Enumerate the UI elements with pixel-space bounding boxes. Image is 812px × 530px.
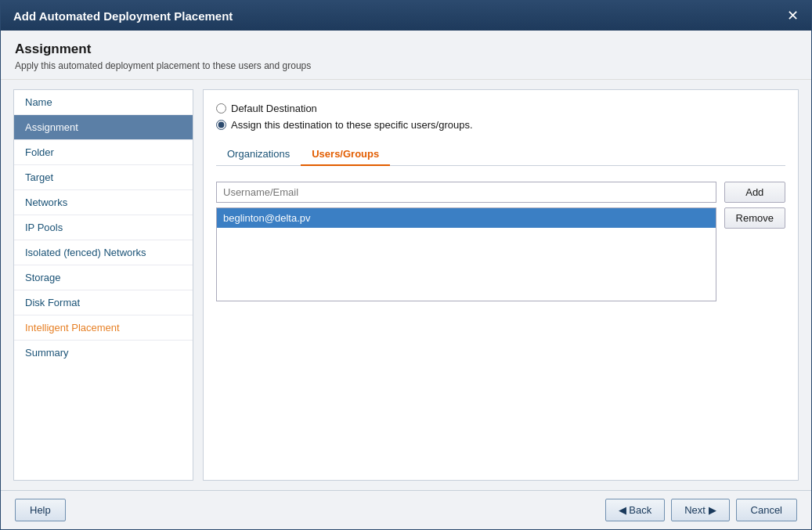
radio-group: Default Destination Assign this destinat… <box>216 103 785 131</box>
dialog-title: Add Automated Deployment Placement <box>13 9 233 23</box>
page-description: Apply this automated deployment placemen… <box>15 60 797 71</box>
remove-button[interactable]: Remove <box>724 207 785 229</box>
main-panel: Default Destination Assign this destinat… <box>203 89 799 481</box>
username-input[interactable] <box>216 182 716 203</box>
radio-assign-text: Assign this destination to these specifi… <box>231 119 473 131</box>
tab-users-groups[interactable]: Users/Groups <box>301 143 390 166</box>
sidebar-item-networks[interactable]: Networks <box>14 190 193 215</box>
dialog-body: Assignment Apply this automated deployme… <box>1 31 811 490</box>
sidebar-item-folder[interactable]: Folder <box>14 140 193 165</box>
sidebar-item-storage[interactable]: Storage <box>14 265 193 290</box>
content-area: Name Assignment Folder Target Networks I… <box>1 80 811 490</box>
page-title: Assignment <box>15 41 797 57</box>
dialog: Add Automated Deployment Placement ✕ Ass… <box>0 0 812 530</box>
sidebar-item-name[interactable]: Name <box>14 90 193 115</box>
footer-right: ◀ Back Next ▶ Cancel <box>605 499 797 521</box>
radio-default-text: Default Destination <box>231 103 317 114</box>
back-button[interactable]: ◀ Back <box>605 499 666 521</box>
dialog-header: Add Automated Deployment Placement ✕ <box>1 1 811 31</box>
radio-assign[interactable] <box>216 120 226 130</box>
sidebar-item-summary[interactable]: Summary <box>14 341 193 365</box>
user-listbox-item[interactable]: beglinton@delta.pv <box>217 208 716 228</box>
tab-organizations[interactable]: Organizations <box>216 143 301 166</box>
radio-default-label[interactable]: Default Destination <box>216 103 785 114</box>
sidebar-item-target[interactable]: Target <box>14 165 193 190</box>
next-button[interactable]: Next ▶ <box>671 499 729 521</box>
sidebar-item-intelligent-placement[interactable]: Intelligent Placement <box>14 315 193 341</box>
sidebar-item-disk-format[interactable]: Disk Format <box>14 290 193 315</box>
add-button[interactable]: Add <box>724 182 785 203</box>
tabs-bar: Organizations Users/Groups <box>216 143 785 166</box>
close-button[interactable]: ✕ <box>787 9 799 23</box>
user-listbox[interactable]: beglinton@delta.pv <box>216 207 716 301</box>
radio-default[interactable] <box>216 103 226 114</box>
cancel-button[interactable]: Cancel <box>736 499 797 521</box>
sidebar-item-ip-pools[interactable]: IP Pools <box>14 215 193 240</box>
sidebar-item-isolated-networks[interactable]: Isolated (fenced) Networks <box>14 240 193 265</box>
page-header: Assignment Apply this automated deployme… <box>1 31 811 80</box>
help-button[interactable]: Help <box>15 499 66 521</box>
dialog-footer: Help ◀ Back Next ▶ Cancel <box>1 490 811 529</box>
tab-content: beglinton@delta.pv Add Remove <box>216 182 785 301</box>
radio-assign-label[interactable]: Assign this destination to these specifi… <box>216 119 785 131</box>
list-buttons: Add Remove <box>724 182 785 301</box>
sidebar: Name Assignment Folder Target Networks I… <box>13 89 193 481</box>
sidebar-item-assignment[interactable]: Assignment <box>14 115 193 140</box>
user-list-area: beglinton@delta.pv <box>216 182 716 301</box>
